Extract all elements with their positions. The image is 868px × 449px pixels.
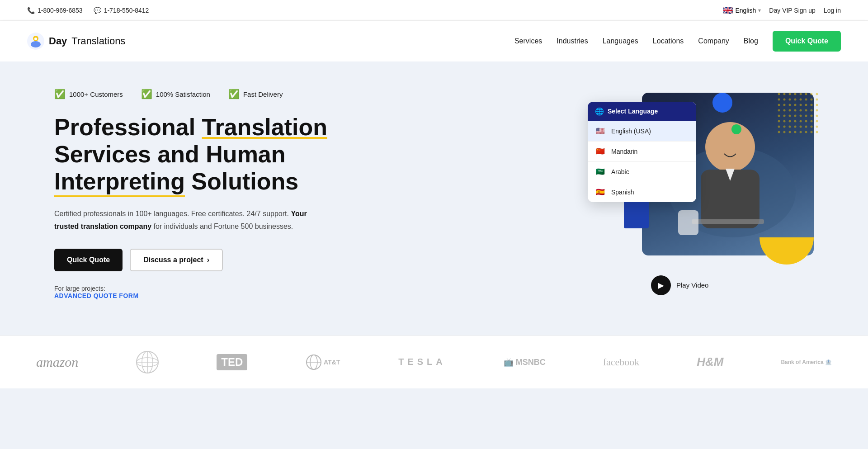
tesla-logo: TESLA	[398, 357, 446, 367]
play-video-label: Play Video	[676, 281, 708, 289]
brand-hm: H&M	[697, 355, 723, 369]
nav-links: Services Industries Languages Locations …	[514, 31, 841, 52]
large-projects-label: For large projects:	[54, 285, 105, 292]
play-button[interactable]: ▶	[651, 275, 671, 295]
svg-point-7	[705, 122, 755, 172]
nav-industries[interactable]: Industries	[557, 37, 588, 45]
top-bar-contacts: 📞 1-800-969-6853 💬 1-718-550-8412	[27, 7, 149, 14]
lang-option-english[interactable]: 🇺🇸 English (USA)	[588, 121, 696, 142]
hero-discuss-project-button[interactable]: Discuss a project ›	[130, 249, 223, 271]
whatsapp-icon: 💬	[94, 7, 101, 14]
phone1-number: 1-800-969-6853	[38, 7, 83, 14]
hero-title-line1: Professional Translation	[54, 114, 327, 140]
hero-title-solutions: Solutions	[185, 168, 298, 194]
deco-circle-blue	[712, 93, 732, 113]
lang-option-arabic[interactable]: 🇸🇦 Arabic	[588, 162, 696, 182]
phone1-container[interactable]: 📞 1-800-969-6853	[27, 7, 83, 14]
hero-title-interpreting: Interpreting	[54, 168, 185, 197]
hero-title: Professional Translation Services and Hu…	[54, 114, 327, 195]
hero-badges: ✅ 1000+ Customers ✅ 100% Satisfaction ✅ …	[54, 89, 327, 99]
hm-logo: H&M	[697, 355, 723, 369]
logo-link[interactable]: DayTranslations	[27, 33, 125, 50]
brands-bar: amazon TED AT&T TESLA 📺 MSNBC facebook H…	[0, 336, 868, 388]
boa-logo: Bank of America 🏦	[781, 359, 832, 365]
top-bar: 📞 1-800-969-6853 💬 1-718-550-8412 🇬🇧 Eng…	[0, 0, 868, 21]
brand-att: AT&T	[305, 353, 341, 371]
lang-english-label: English (USA)	[611, 128, 651, 135]
lang-spanish-label: Spanish	[611, 189, 634, 196]
language-selector-card: 🌐 Select Language 🇺🇸 English (USA) 🇨🇳 Ma…	[588, 102, 696, 202]
vip-signup-link[interactable]: Day VIP Sign up	[769, 7, 815, 14]
lang-option-spanish[interactable]: 🇪🇸 Spanish	[588, 182, 696, 202]
chevron-down-icon: ▾	[758, 7, 761, 14]
deco-circle-green	[731, 124, 741, 134]
badge-customers-label: 1000+ Customers	[69, 90, 123, 98]
brand-bankofamerica: Bank of America 🏦	[781, 359, 832, 365]
top-bar-right: 🇬🇧 English ▾ Day VIP Sign up Log in	[723, 5, 841, 15]
lang-card-title: Select Language	[608, 108, 658, 115]
amazon-logo: amazon	[36, 354, 78, 370]
check-icon-2: ✅	[141, 89, 152, 99]
brand-ted: TED	[217, 354, 247, 370]
nav-services[interactable]: Services	[514, 37, 542, 45]
svg-rect-11	[678, 210, 698, 235]
hero-title-translation: Translation	[202, 114, 327, 140]
lang-option-mandarin[interactable]: 🇨🇳 Mandarin	[588, 142, 696, 162]
flag-usa: 🇺🇸	[595, 126, 606, 137]
flag-uk-icon: 🇬🇧	[723, 5, 733, 15]
hero-desc-bold: Your trusted translation company	[54, 210, 307, 230]
language-label: English	[735, 7, 756, 14]
language-selector[interactable]: 🇬🇧 English ▾	[723, 5, 761, 15]
login-link[interactable]: Log in	[824, 7, 841, 14]
badge-delivery: ✅ Fast Delivery	[228, 89, 283, 99]
nav-company[interactable]: Company	[698, 37, 729, 45]
badge-satisfaction-label: 100% Satisfaction	[156, 90, 210, 98]
logo-translations: Translations	[71, 35, 125, 47]
flag-china: 🇨🇳	[595, 146, 606, 157]
svg-point-3	[34, 38, 37, 40]
play-video-row[interactable]: ▶ Play Video	[651, 275, 814, 295]
svg-text:AT&T: AT&T	[324, 359, 340, 366]
att-logo-icon: AT&T	[305, 353, 341, 371]
brand-tesla: TESLA	[398, 357, 446, 367]
phone2-number: 1-718-550-8412	[104, 7, 149, 14]
ted-logo: TED	[217, 354, 247, 370]
flag-spain: 🇪🇸	[595, 187, 606, 198]
badge-delivery-label: Fast Delivery	[243, 90, 283, 98]
badge-customers: ✅ 1000+ Customers	[54, 89, 123, 99]
hero-right-content: 🌐 Select Language 🇺🇸 English (USA) 🇨🇳 Ma…	[624, 93, 814, 295]
brand-amazon: amazon	[36, 354, 78, 370]
lang-mandarin-label: Mandarin	[611, 148, 637, 155]
arrow-right-icon: ›	[207, 256, 209, 264]
svg-point-2	[31, 41, 41, 47]
nav-languages[interactable]: Languages	[603, 37, 638, 45]
brand-msnbc: 📺 MSNBC	[504, 357, 546, 367]
logo-day: Day	[49, 35, 67, 47]
hero-desc-text: Certified professionals in 100+ language…	[54, 210, 307, 230]
deco-dots	[778, 93, 818, 133]
discuss-label: Discuss a project	[143, 256, 203, 264]
globe-icon: 🌐	[595, 107, 604, 116]
logo-icon	[27, 33, 44, 50]
hero-description: Certified professionals in 100+ language…	[54, 208, 316, 232]
nav-locations[interactable]: Locations	[653, 37, 684, 45]
deco-half-circle-yellow	[760, 237, 814, 265]
lang-arabic-label: Arabic	[611, 168, 629, 175]
facebook-logo: facebook	[603, 356, 640, 368]
nav-blog[interactable]: Blog	[744, 37, 758, 45]
hero-left-content: ✅ 1000+ Customers ✅ 100% Satisfaction ✅ …	[54, 89, 327, 299]
svg-rect-10	[692, 219, 764, 224]
hero-quick-quote-button[interactable]: Quick Quote	[54, 249, 123, 271]
advanced-quote-link[interactable]: ADVANCED QUOTE FORM	[54, 292, 139, 299]
hero-title-line2: Services and Human	[54, 141, 286, 167]
un-logo-icon	[136, 350, 159, 374]
flag-saudi: 🇸🇦	[595, 166, 606, 177]
lang-card-header: 🌐 Select Language	[588, 102, 696, 121]
hero-large-projects: For large projects: ADVANCED QUOTE FORM	[54, 285, 327, 299]
phone2-container[interactable]: 💬 1-718-550-8412	[94, 7, 149, 14]
hero-section: ✅ 1000+ Customers ✅ 100% Satisfaction ✅ …	[0, 61, 868, 336]
navbar: DayTranslations Services Industries Lang…	[0, 21, 868, 61]
check-icon-1: ✅	[54, 89, 66, 99]
navbar-quick-quote-button[interactable]: Quick Quote	[773, 31, 841, 52]
svg-rect-5	[778, 93, 818, 133]
